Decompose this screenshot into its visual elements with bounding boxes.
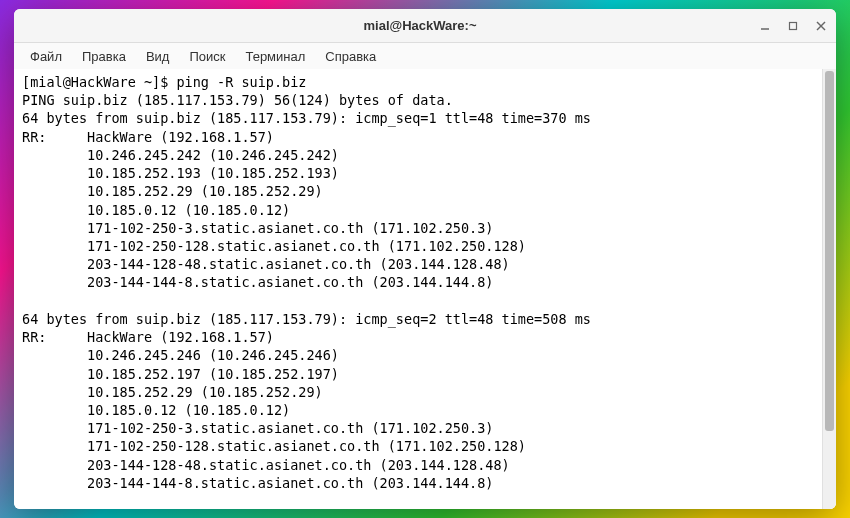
menu-edit[interactable]: Правка xyxy=(72,46,136,67)
output-line: 10.185.0.12 (10.185.0.12) xyxy=(22,402,290,418)
minimize-icon xyxy=(760,21,770,31)
output-line: 64 bytes from suip.biz (185.117.153.79):… xyxy=(22,311,591,327)
maximize-icon xyxy=(788,21,798,31)
output-line: 10.185.252.193 (10.185.252.193) xyxy=(22,165,339,181)
window-title: mial@HackWare:~ xyxy=(82,18,758,33)
output-line: 10.185.0.12 (10.185.0.12) xyxy=(22,202,290,218)
scroll-thumb[interactable] xyxy=(825,71,834,431)
output-line: 10.185.252.29 (10.185.252.29) xyxy=(22,384,323,400)
output-line: PING suip.biz (185.117.153.79) 56(124) b… xyxy=(22,92,453,108)
output-line: 10.246.245.246 (10.246.245.246) xyxy=(22,347,339,363)
menu-view[interactable]: Вид xyxy=(136,46,180,67)
menubar: Файл Правка Вид Поиск Терминал Справка xyxy=(14,43,836,69)
minimize-button[interactable] xyxy=(758,19,772,33)
output-line: 64 bytes from suip.biz (185.117.153.79):… xyxy=(22,110,591,126)
output-line: RR: HackWare (192.168.1.57) xyxy=(22,329,274,345)
output-line: 171-102-250-128.static.asianet.co.th (17… xyxy=(22,438,526,454)
scrollbar[interactable] xyxy=(822,69,836,509)
output-line: 203-144-144-8.static.asianet.co.th (203.… xyxy=(22,274,493,290)
shell-prompt: [mial@HackWare ~]$ xyxy=(22,74,176,90)
output-line: 203-144-144-8.static.asianet.co.th (203.… xyxy=(22,475,493,491)
command-text: ping -R suip.biz xyxy=(176,74,306,90)
output-line: 10.185.252.197 (10.185.252.197) xyxy=(22,366,339,382)
terminal-output[interactable]: [mial@HackWare ~]$ ping -R suip.biz PING… xyxy=(14,69,822,509)
svg-rect-1 xyxy=(790,22,797,29)
output-line: 10.246.245.242 (10.246.245.242) xyxy=(22,147,339,163)
close-button[interactable] xyxy=(814,19,828,33)
titlebar[interactable]: mial@HackWare:~ xyxy=(14,9,836,43)
maximize-button[interactable] xyxy=(786,19,800,33)
output-line: 203-144-128-48.static.asianet.co.th (203… xyxy=(22,256,510,272)
output-line: RR: HackWare (192.168.1.57) xyxy=(22,129,274,145)
output-line: 171-102-250-3.static.asianet.co.th (171.… xyxy=(22,420,493,436)
output-line: 10.185.252.29 (10.185.252.29) xyxy=(22,183,323,199)
close-icon xyxy=(816,21,826,31)
window-controls xyxy=(758,19,828,33)
output-line: 171-102-250-128.static.asianet.co.th (17… xyxy=(22,238,526,254)
menu-terminal[interactable]: Терминал xyxy=(235,46,315,67)
output-line: 203-144-128-48.static.asianet.co.th (203… xyxy=(22,457,510,473)
menu-file[interactable]: Файл xyxy=(20,46,72,67)
terminal-area: [mial@HackWare ~]$ ping -R suip.biz PING… xyxy=(14,69,836,509)
menu-help[interactable]: Справка xyxy=(315,46,386,67)
menu-search[interactable]: Поиск xyxy=(179,46,235,67)
output-line: 171-102-250-3.static.asianet.co.th (171.… xyxy=(22,220,493,236)
terminal-window: mial@HackWare:~ Файл Правка Вид Поиск Те… xyxy=(14,9,836,509)
